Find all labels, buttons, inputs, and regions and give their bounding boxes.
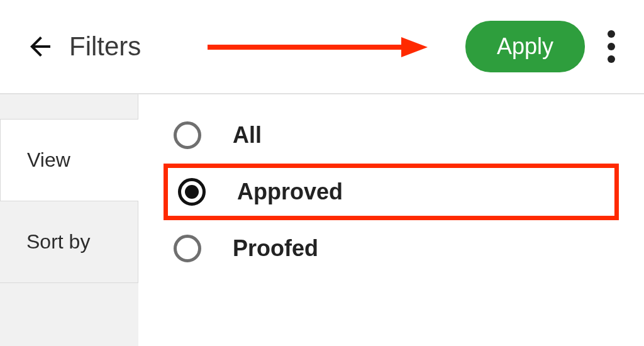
radio-option-approved[interactable]: Approved [164,164,619,220]
header: Filters Apply [0,0,644,94]
radio-icon [178,178,206,206]
annotation-arrow-icon [208,35,428,60]
apply-button[interactable]: Apply [465,21,585,72]
back-icon[interactable] [25,31,55,62]
sidebar-spacer [0,94,138,120]
view-options-panel: All Approved Proofed [138,94,644,346]
page-title: Filters [69,31,141,62]
radio-icon [174,235,201,262]
overflow-menu-icon[interactable] [604,24,619,69]
radio-option-all[interactable]: All [164,107,619,164]
tab-view[interactable]: View [0,120,138,201]
radio-icon [174,121,201,149]
svg-marker-1 [401,37,428,57]
radio-label: Proofed [233,235,318,262]
tab-sort-by[interactable]: Sort by [0,201,138,283]
radio-option-proofed[interactable]: Proofed [164,220,619,277]
body: View Sort by All Approved Proofed [0,94,644,346]
sidebar: View Sort by [0,94,138,346]
sidebar-item-label: View [27,148,70,172]
radio-label: All [233,122,262,148]
sidebar-item-label: Sort by [26,230,90,254]
radio-label: Approved [237,179,343,205]
